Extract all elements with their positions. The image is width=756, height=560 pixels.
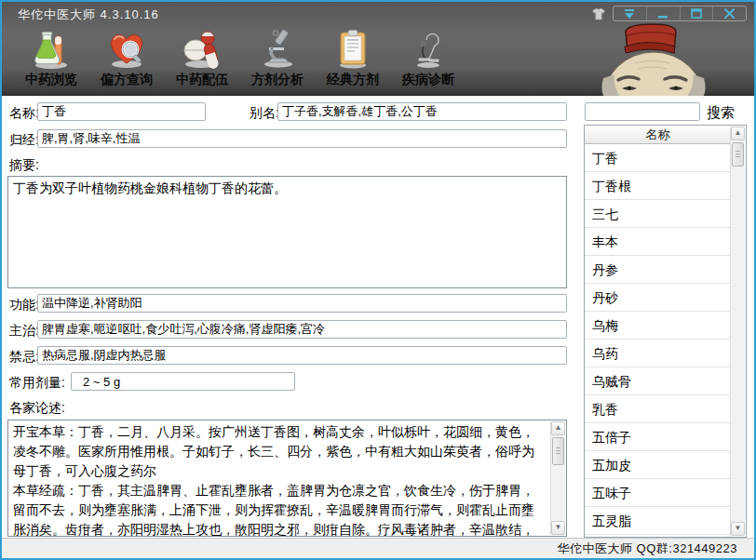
list-item[interactable]: 丹参 <box>585 256 731 284</box>
scrollbar-thumb[interactable] <box>732 142 744 167</box>
minimize-icon <box>657 9 668 19</box>
pills-icon <box>181 27 223 70</box>
indications-input[interactable] <box>37 320 567 339</box>
close-icon <box>724 8 735 19</box>
herb-list: 名称 丁香 丁香根 三七 丰本 丹参 丹砂 乌梅 乌药 乌贼骨 乳香 五倍子 五… <box>584 125 747 538</box>
summary-label: 摘要: <box>9 157 39 174</box>
list-item[interactable]: 丁香 <box>585 144 731 172</box>
close-button[interactable] <box>713 7 746 20</box>
list-item[interactable]: 丰本 <box>585 228 731 256</box>
stethoscope-icon <box>407 27 450 70</box>
list-item[interactable]: 乌贼骨 <box>585 367 731 395</box>
huatuo-portrait <box>600 22 708 96</box>
alias-label: 别名: <box>250 105 279 122</box>
discussions-textarea-box: 开宝本草：丁香，二月、八月采。按广州送丁香图，树高丈余，叶似栎叶，花圆细，黄色，… <box>7 420 567 537</box>
maximize-icon <box>691 8 702 19</box>
list-item[interactable]: 三七 <box>585 200 731 228</box>
window-control-group <box>613 6 747 21</box>
heart-magnifier-icon <box>105 27 148 70</box>
list-item[interactable]: 五灵脂 <box>585 507 731 535</box>
toolbar: 中药浏览 偏方查询 <box>2 25 458 88</box>
alias-input[interactable] <box>277 102 567 121</box>
toolbar-label: 疾病诊断 <box>402 72 454 88</box>
toolbar-label: 偏方查询 <box>101 72 153 88</box>
dosage-label: 常用剂量: <box>9 375 65 392</box>
scrollbar-track <box>551 467 565 521</box>
app-title: 华佗中医大师 4.3.10.16 <box>18 7 159 23</box>
toolbar-label: 中药配伍 <box>176 72 228 88</box>
toolbar-label: 经典方剂 <box>327 72 379 88</box>
minimize-button[interactable] <box>647 7 681 20</box>
main-content: 名称: 别名: 归经: 摘要: 丁香为双子叶植物药桃金娘科植物丁香的花蕾。 功能… <box>2 96 754 538</box>
skin-button[interactable] <box>589 7 608 21</box>
search-button[interactable]: 搜索 <box>707 104 735 122</box>
discussions-textarea[interactable]: 开宝本草：丁香，二月、八月采。按广州送丁香图，树高丈余，叶似栎叶，花圆细，黄色，… <box>8 420 550 536</box>
summary-textarea[interactable]: 丁香为双子叶植物药桃金娘科植物丁香的花蕾。 <box>8 177 566 287</box>
dosage-input[interactable] <box>71 372 295 391</box>
toolbar-item-herb-browse[interactable]: 中药浏览 <box>21 25 81 88</box>
toolbar-label: 方剂分析 <box>251 72 304 88</box>
list-item[interactable]: 乌药 <box>585 340 731 367</box>
list-item[interactable]: 五味子 <box>585 479 731 507</box>
title-bar: 华佗中医大师 4.3.10.16 <box>2 2 754 24</box>
clipboard-icon <box>331 27 374 70</box>
scroll-up-icon[interactable]: ▲ <box>731 127 745 140</box>
list-item[interactable]: 乳香 <box>585 395 731 423</box>
meridian-input[interactable] <box>37 129 567 148</box>
name-input[interactable] <box>37 102 206 121</box>
herb-list-scrollbar: ▲ ▼ <box>730 127 745 536</box>
menu-down-icon <box>623 9 636 19</box>
function-label: 功能: <box>9 297 39 313</box>
scroll-down-icon[interactable]: ▼ <box>731 522 745 536</box>
status-text: 华佗中医大师 QQ群:321449223 <box>557 540 737 557</box>
toolbar-item-remedy-search[interactable]: 偏方查询 <box>97 25 156 88</box>
meridian-label: 归经: <box>9 132 39 149</box>
discussions-label: 各家论述: <box>9 400 65 417</box>
menu-button[interactable] <box>614 7 647 20</box>
name-label: 名称: <box>9 105 39 122</box>
herb-list-rows: 丁香 丁香根 三七 丰本 丹参 丹砂 乌梅 乌药 乌贼骨 乳香 五倍子 五加皮 … <box>585 144 731 537</box>
scroll-down-icon[interactable]: ▼ <box>551 521 565 535</box>
list-item[interactable]: 五倍子 <box>585 423 731 451</box>
list-item[interactable]: 五加皮 <box>585 451 731 479</box>
microscope-icon <box>256 27 299 70</box>
toolbar-label: 中药浏览 <box>25 72 77 88</box>
herb-list-header: 名称 <box>585 126 731 144</box>
scrollbar-track <box>731 168 745 522</box>
toolbar-item-prescription-analysis[interactable]: 方剂分析 <box>248 25 307 88</box>
toolbar-item-herb-compatibility[interactable]: 中药配伍 <box>172 25 232 88</box>
search-input[interactable] <box>585 102 700 121</box>
list-item[interactable]: 丁香根 <box>585 172 731 200</box>
toolbar-item-disease-diagnosis[interactable]: 疾病诊断 <box>398 25 458 88</box>
toolbar-item-classic-prescriptions[interactable]: 经典方剂 <box>323 25 383 88</box>
shirt-icon <box>591 7 606 20</box>
discussions-scrollbar: ▲ ▼ <box>550 421 565 535</box>
flask-icon <box>30 27 73 70</box>
list-item[interactable]: 丹砂 <box>585 284 731 312</box>
scroll-up-icon[interactable]: ▲ <box>551 421 565 435</box>
status-bar: 华佗中医大师 QQ群:321449223 <box>2 538 754 558</box>
function-input[interactable] <box>37 294 567 313</box>
contraindications-label: 禁忌: <box>9 349 39 366</box>
app-window: 华佗中医大师 4.3.10.16 <box>0 0 756 560</box>
contraindications-input[interactable] <box>37 346 567 365</box>
summary-textarea-box: 丁香为双子叶植物药桃金娘科植物丁香的花蕾。 <box>7 176 567 288</box>
scrollbar-thumb[interactable] <box>552 437 564 465</box>
indications-label: 主治: <box>9 323 39 340</box>
window-controls <box>589 6 747 21</box>
list-item[interactable]: 乌梅 <box>585 312 731 340</box>
header: 华佗中医大师 4.3.10.16 <box>2 2 754 96</box>
maximize-button[interactable] <box>681 7 714 20</box>
